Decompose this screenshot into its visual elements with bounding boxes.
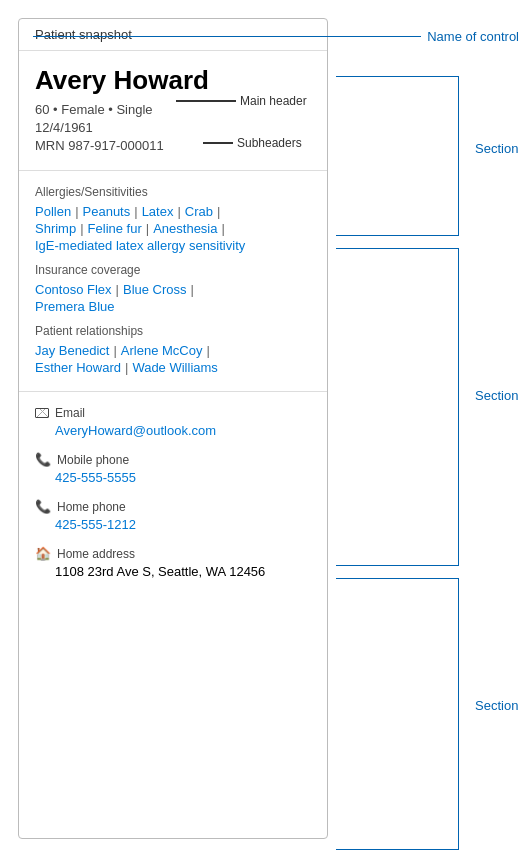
rel-esther[interactable]: Esther Howard (35, 360, 121, 375)
home-address-label: Home address (57, 547, 135, 561)
insurance-contoso[interactable]: Contoso Flex (35, 282, 112, 297)
section1-bracket (336, 76, 459, 236)
name-of-control-annotation: Name of control (33, 29, 519, 44)
home-address-icon: 🏠 (35, 546, 51, 561)
mobile-value[interactable]: 425-555-5555 (55, 470, 311, 485)
patient-dob: 12/4/1961 (35, 120, 311, 135)
allergy-shrimp[interactable]: Shrimp (35, 221, 76, 236)
allergies-label: Allergies/Sensitivities (35, 185, 311, 199)
rel-wade[interactable]: Wade Williams (132, 360, 217, 375)
allergy-pollen[interactable]: Pollen (35, 204, 71, 219)
section3-bracket (336, 578, 459, 850)
section2: Allergies/Sensitivities Pollen | Peanuts… (19, 171, 327, 392)
insurance-label: Insurance coverage (35, 263, 311, 277)
email-label: Email (55, 406, 85, 420)
allergy-ige[interactable]: IgE-mediated latex allergy sensitivity (35, 238, 245, 253)
insurance-bluecross[interactable]: Blue Cross (123, 282, 187, 297)
home-address-value: 1108 23rd Ave S, Seattle, WA 12456 (55, 564, 311, 579)
subheaders-label: Subheaders (237, 136, 302, 150)
email-item: Email AveryHoward@outlook.com (35, 406, 311, 438)
patient-name: Avery Howard (35, 65, 311, 96)
home-phone-label-row: 📞 Home phone (35, 499, 311, 514)
relationships-list: Jay Benedict | Arlene McCoy | (35, 343, 311, 358)
rel-arlene[interactable]: Arlene McCoy (121, 343, 203, 358)
section2-label: Section 2 (475, 388, 519, 403)
section3-label: Section 3 (475, 698, 519, 713)
section2-bracket (336, 248, 459, 566)
insurance-list: Contoso Flex | Blue Cross | (35, 282, 311, 297)
rel-jay[interactable]: Jay Benedict (35, 343, 109, 358)
home-phone-value[interactable]: 425-555-1212 (55, 517, 311, 532)
main-header-label: Main header (240, 94, 307, 108)
allergies-list-2: Shrimp | Feline fur | Anesthesia | (35, 221, 311, 236)
home-phone-icon: 📞 (35, 499, 51, 514)
insurance-list-2: Premera Blue (35, 299, 311, 314)
allergies-list-3: IgE-mediated latex allergy sensitivity (35, 238, 311, 253)
allergies-list: Pollen | Peanuts | Latex | Crab | (35, 204, 311, 219)
mobile-phone-item: 📞 Mobile phone 425-555-5555 (35, 452, 311, 485)
control-label: Name of control (427, 29, 519, 44)
home-address-label-row: 🏠 Home address (35, 546, 311, 561)
email-value[interactable]: AveryHoward@outlook.com (55, 423, 311, 438)
allergy-feline[interactable]: Feline fur (88, 221, 142, 236)
allergy-anesthesia[interactable]: Anesthesia (153, 221, 217, 236)
mobile-label-row: 📞 Mobile phone (35, 452, 311, 467)
subheaders-annotation: Subheaders (203, 136, 302, 150)
control-line (33, 36, 421, 38)
allergy-latex[interactable]: Latex (142, 204, 174, 219)
home-address-item: 🏠 Home address 1108 23rd Ave S, Seattle,… (35, 546, 311, 579)
email-icon (35, 408, 49, 418)
section1-label: Section 1 (475, 141, 519, 156)
relationships-label: Patient relationships (35, 324, 311, 338)
home-phone-label: Home phone (57, 500, 126, 514)
main-header-annotation: Main header (176, 94, 307, 108)
insurance-premera[interactable]: Premera Blue (35, 299, 114, 314)
mobile-phone-icon: 📞 (35, 452, 51, 467)
allergy-crab[interactable]: Crab (185, 204, 213, 219)
allergy-peanuts[interactable]: Peanuts (83, 204, 131, 219)
relationships-list-2: Esther Howard | Wade Williams (35, 360, 311, 375)
email-label-row: Email (35, 406, 311, 420)
section1-header: Avery Howard 60 • Female • Single 12/4/1… (19, 51, 327, 171)
mobile-label: Mobile phone (57, 453, 129, 467)
section3: Email AveryHoward@outlook.com 📞 Mobile p… (19, 392, 327, 593)
home-phone-item: 📞 Home phone 425-555-1212 (35, 499, 311, 532)
